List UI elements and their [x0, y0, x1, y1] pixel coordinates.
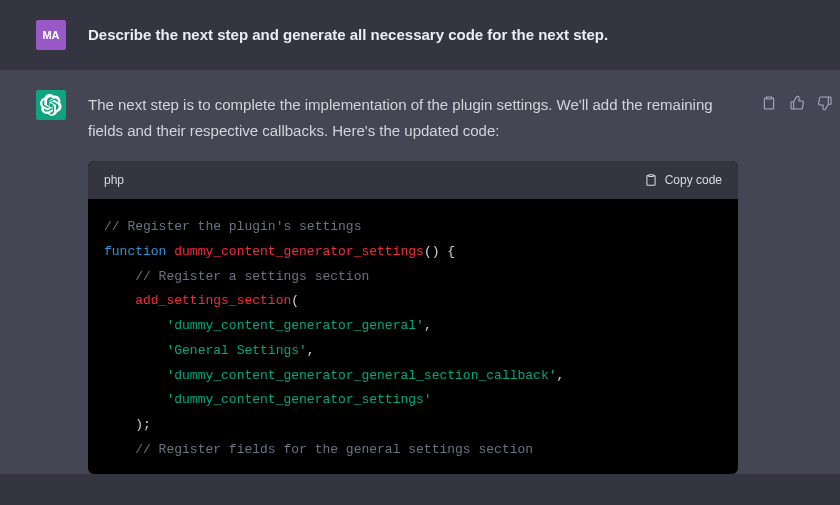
assistant-message-row: The next step is to complete the impleme… — [0, 70, 840, 474]
assistant-actions — [760, 90, 834, 112]
code-block: php Copy code // Register the plugin's s… — [88, 161, 738, 474]
code-content[interactable]: // Register the plugin's settingsfunctio… — [88, 199, 738, 474]
thumbs-down-icon — [817, 95, 833, 111]
copy-code-button[interactable]: Copy code — [644, 170, 722, 190]
clipboard-icon — [761, 95, 777, 111]
code-language-label: php — [104, 170, 124, 190]
thumbs-down-button[interactable] — [816, 94, 834, 112]
copy-code-label: Copy code — [665, 170, 722, 190]
user-message-row: MA Describe the next step and generate a… — [0, 0, 840, 70]
user-avatar: MA — [36, 20, 66, 50]
clipboard-icon — [644, 173, 658, 187]
openai-logo-icon — [40, 94, 62, 116]
code-header: php Copy code — [88, 161, 738, 199]
svg-rect-0 — [648, 175, 653, 177]
assistant-message-text: The next step is to complete the impleme… — [88, 92, 738, 143]
user-message-text: Describe the next step and generate all … — [88, 20, 804, 48]
assistant-content: The next step is to complete the impleme… — [88, 90, 738, 474]
svg-rect-1 — [766, 97, 771, 99]
assistant-avatar — [36, 90, 66, 120]
thumbs-up-button[interactable] — [788, 94, 806, 112]
thumbs-up-icon — [789, 95, 805, 111]
copy-response-button[interactable] — [760, 94, 778, 112]
